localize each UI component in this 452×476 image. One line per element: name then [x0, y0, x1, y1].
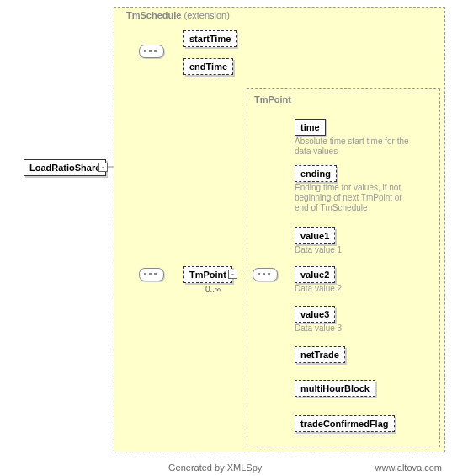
- value2-node[interactable]: value2: [295, 266, 335, 283]
- seq2-connector[interactable]: [139, 268, 164, 281]
- value3-node[interactable]: value3: [295, 306, 335, 323]
- value1-desc: Data value 1: [295, 245, 342, 255]
- tradeconfirmed-node[interactable]: tradeConfirmedFlag: [295, 415, 395, 432]
- ending-node[interactable]: ending: [295, 165, 337, 182]
- value1-node[interactable]: value1: [295, 227, 335, 244]
- inner-title: TmPoint: [254, 94, 291, 104]
- root-label: LoadRatioShare: [29, 163, 100, 173]
- expand-tmpoint[interactable]: -: [228, 270, 237, 279]
- multihour-node[interactable]: multiHourBlock: [295, 380, 375, 397]
- seq1-connector[interactable]: [139, 45, 164, 58]
- root-node[interactable]: LoadRatioShare: [24, 159, 106, 176]
- inner-connector[interactable]: [253, 268, 278, 281]
- footer-link[interactable]: www.altova.com: [375, 463, 442, 473]
- value3-desc: Data value 3: [295, 324, 342, 334]
- outer-title: TmSchedule (extension): [126, 10, 230, 20]
- diagram-canvas: LoadRatioShare - TmSchedule (extension) …: [0, 0, 452, 476]
- time-node[interactable]: time: [295, 119, 326, 136]
- tmpoint-node[interactable]: TmPoint: [183, 266, 232, 283]
- endtime-node[interactable]: endTime: [183, 58, 233, 75]
- time-desc: Absolute time start time for the data va…: [295, 136, 412, 157]
- value2-desc: Data value 2: [295, 284, 342, 294]
- footer-gen: Generated by XMLSpy: [168, 463, 262, 473]
- tmpoint-card: 0..∞: [205, 285, 221, 294]
- nettrade-node[interactable]: netTrade: [295, 346, 345, 363]
- starttime-node[interactable]: startTime: [183, 30, 237, 47]
- expand-root[interactable]: -: [98, 163, 108, 172]
- ending-desc: Ending time for values, if not beginning…: [295, 183, 412, 213]
